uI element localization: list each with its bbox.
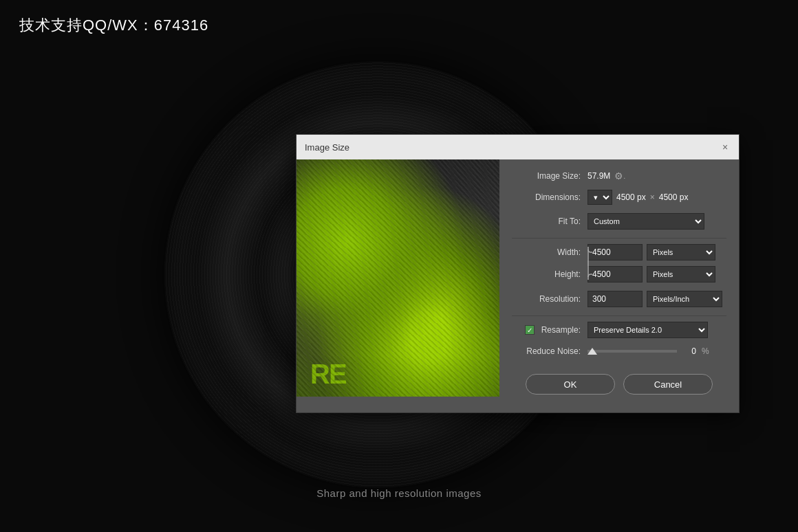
dialog-title: Image Size [305, 142, 349, 153]
width-unit-select[interactable]: Pixels Percent Inches [647, 244, 715, 261]
noise-label: Reduce Noise: [512, 346, 581, 356]
noise-value: 0 [682, 346, 696, 356]
width-label: Width: [512, 247, 581, 257]
fit-to-label: Fit To: [512, 217, 581, 226]
dimensions-dropdown[interactable]: ▾ [587, 190, 612, 205]
dimensions-x: × [650, 192, 655, 202]
groove-overlay [296, 159, 499, 397]
noise-slider-container: 0 % [587, 346, 726, 356]
settings-panel: Image Size: 57.9M ⚙ . Dimensions: ▾ 4500… [499, 159, 739, 412]
noise-slider[interactable] [587, 350, 677, 353]
reduce-noise-row: Reduce Noise: 0 % [512, 346, 726, 356]
gear-dot: . [623, 172, 625, 180]
divider-2 [512, 315, 726, 316]
height-unit-select[interactable]: Pixels Percent Inches [647, 266, 715, 282]
gear-icon[interactable]: ⚙ [614, 170, 623, 181]
image-size-label: Image Size: [512, 171, 581, 181]
preview-inner: RE [296, 159, 499, 397]
dimensions-label: Dimensions: [512, 192, 581, 202]
resolution-input[interactable] [587, 291, 643, 307]
cancel-button[interactable]: Cancel [623, 374, 713, 395]
width-input[interactable] [587, 244, 643, 261]
link-bracket-icon [583, 247, 593, 280]
resample-checkbox[interactable]: ✓ [525, 325, 535, 335]
width-row: Width: Pixels Percent Inches [512, 244, 726, 261]
dialog-buttons: OK Cancel [512, 364, 726, 401]
checkmark-icon: ✓ [527, 326, 532, 334]
height-input[interactable] [587, 266, 643, 282]
watermark-text: 技术支持QQ/WX：674316 [19, 15, 208, 36]
resolution-label: Resolution: [512, 294, 581, 304]
preview-text: RE [310, 359, 346, 390]
height-row: Height: Pixels Percent Inches [512, 266, 726, 282]
bottom-caption: Sharp and high resolution images [316, 487, 481, 499]
dimensions-h: 4500 px [659, 192, 689, 202]
resample-label: Resample: [541, 325, 581, 335]
image-size-value: 57.9M [587, 171, 610, 181]
fit-to-row: Fit To: Custom Default Photoshop Size U.… [512, 213, 726, 230]
dimensions-w: 4500 px [616, 192, 646, 202]
resample-select[interactable]: Preserve Details 2.0 Automatic Bicubic S… [587, 322, 708, 338]
ok-button[interactable]: OK [526, 374, 615, 395]
image-size-dialog: Image Size × RE Image Size: 57.9M ⚙ . [296, 134, 740, 413]
width-height-group: Width: Pixels Percent Inches Height: Pix… [512, 244, 726, 282]
dimensions-row: Dimensions: ▾ 4500 px × 4500 px [512, 190, 726, 205]
height-label: Height: [512, 269, 581, 279]
dialog-preview-image: RE [296, 159, 499, 397]
slider-thumb-icon[interactable] [587, 348, 597, 355]
resolution-unit-select[interactable]: Pixels/Inch Pixels/cm [647, 291, 722, 307]
resample-row: ✓ Resample: Preserve Details 2.0 Automat… [512, 322, 726, 338]
divider [512, 238, 726, 239]
image-size-row: Image Size: 57.9M ⚙ . [512, 170, 726, 181]
dialog-body: RE Image Size: 57.9M ⚙ . Dimensions: ▾ [296, 159, 739, 412]
fit-to-select[interactable]: Custom Default Photoshop Size U.S. Paper [587, 213, 704, 230]
noise-percent: % [702, 346, 709, 356]
close-button[interactable]: × [720, 142, 731, 153]
resolution-row: Resolution: Pixels/Inch Pixels/cm [512, 291, 726, 307]
dialog-titlebar: Image Size × [296, 135, 739, 159]
